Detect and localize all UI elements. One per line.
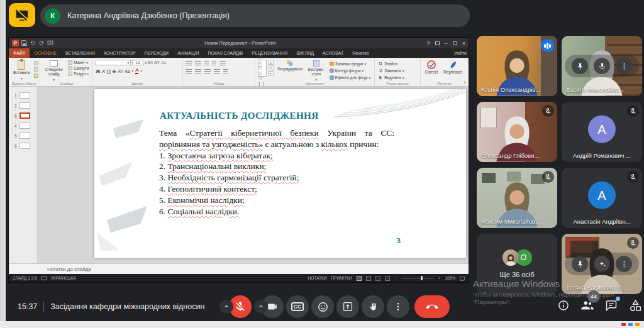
pin-icon[interactable] bbox=[572, 58, 588, 74]
align-center-icon[interactable] bbox=[195, 69, 201, 74]
more-options-button[interactable] bbox=[387, 295, 409, 318]
arrange-button[interactable]: Упорядкувати bbox=[275, 60, 304, 72]
slide[interactable]: АКТУАЛЬНІСТЬ ДОСЛІДЖЕННЯ Тема «Стратегії… bbox=[94, 89, 466, 258]
participant-tile-tetiana[interactable]: Тетяна Василівна Іл... bbox=[562, 234, 642, 294]
save-icon[interactable] bbox=[21, 40, 27, 46]
undo-icon[interactable] bbox=[30, 40, 36, 46]
chat-panel-button[interactable] bbox=[604, 298, 619, 313]
camera-options-chevron[interactable] bbox=[254, 300, 268, 314]
presentation-muted-button[interactable] bbox=[9, 3, 35, 27]
tab-review[interactable]: РЕЦЕНЗУВАННЯ bbox=[247, 48, 292, 58]
reading-view-icon[interactable] bbox=[375, 276, 380, 281]
notes-pane[interactable]: Нотатки до слайда bbox=[9, 263, 469, 274]
slide-thumbnail-2[interactable]: 2 bbox=[9, 101, 37, 111]
font-color-button[interactable]: A bbox=[135, 68, 138, 74]
activities-button[interactable] bbox=[628, 298, 643, 313]
italic-button[interactable]: К bbox=[102, 68, 105, 74]
minimize-icon[interactable]: – bbox=[445, 40, 448, 46]
slide-thumbnail-4[interactable]: 4 bbox=[9, 121, 37, 131]
cut-icon[interactable] bbox=[34, 61, 38, 65]
slideshow-view-icon[interactable] bbox=[385, 276, 390, 281]
tab-animations[interactable]: АНІМАЦІЯ bbox=[173, 48, 203, 58]
change-case-button[interactable]: Aa bbox=[125, 69, 130, 74]
zoom-out-icon[interactable]: − bbox=[394, 276, 397, 280]
slide-thumbnail-6[interactable]: 6 bbox=[9, 141, 37, 151]
tab-slideshow[interactable]: ПОКАЗ СЛАЙДІВ bbox=[204, 48, 248, 58]
increase-indent-icon[interactable] bbox=[212, 61, 216, 66]
select-button[interactable]: Виділити▾ bbox=[377, 75, 405, 80]
zoom-slider[interactable] bbox=[401, 278, 434, 278]
participant-tile-vasyl[interactable]: Василь Миколайов... bbox=[562, 36, 642, 96]
zoom-in-icon[interactable]: + bbox=[438, 276, 441, 280]
line-spacing-icon[interactable] bbox=[219, 61, 226, 66]
tab-transitions[interactable]: ПЕРЕХОДИ bbox=[140, 48, 174, 58]
columns-icon[interactable] bbox=[223, 69, 228, 74]
zoom-level[interactable]: 105% bbox=[445, 276, 455, 280]
copy-icon[interactable] bbox=[34, 67, 38, 72]
layout-button[interactable]: Макет▾ bbox=[67, 60, 90, 65]
tab-file[interactable]: ФАЙЛ bbox=[9, 48, 30, 58]
align-right-icon[interactable] bbox=[204, 69, 211, 74]
slide-canvas[interactable]: АКТУАЛЬНІСТЬ ДОСЛІДЖЕННЯ Тема «Стратегії… bbox=[38, 87, 469, 263]
shapes-scroll[interactable]: ▴▾▾ bbox=[269, 60, 274, 76]
fit-to-window-icon[interactable] bbox=[460, 276, 465, 281]
rephraser-button[interactable]: Rephraser bbox=[441, 60, 464, 75]
leave-call-button[interactable] bbox=[414, 295, 450, 318]
spellcheck-icon[interactable] bbox=[42, 276, 47, 280]
reactions-button[interactable] bbox=[311, 295, 334, 318]
font-size-input[interactable]: 19 bbox=[132, 60, 143, 65]
find-button[interactable]: Знайти bbox=[377, 61, 405, 67]
more-participants-tile[interactable]: О Ще 36 осіб bbox=[477, 234, 557, 294]
shape-effects-button[interactable]: Ефекти для фігур▾ bbox=[328, 75, 372, 80]
tab-view[interactable]: ВИГЛЯД bbox=[292, 48, 318, 58]
more-options-icon[interactable] bbox=[616, 58, 632, 74]
bullets-icon[interactable] bbox=[186, 61, 192, 66]
align-left-icon[interactable] bbox=[186, 69, 192, 74]
participant-tile-andrii[interactable]: А Андрій Романович ... bbox=[562, 102, 642, 162]
slide-thumbnail-1[interactable]: 1 bbox=[9, 90, 37, 101]
language-indicator[interactable]: УКРАЇНСЬКА bbox=[51, 276, 76, 280]
presenter-pill[interactable]: К Катерина Андріївна Дзюбенко (Презентац… bbox=[40, 4, 470, 27]
participant-tile-anastasiia[interactable]: А Анастасія Андріївн... bbox=[562, 168, 642, 228]
slide-thumbnail-5[interactable]: 5 bbox=[9, 131, 37, 141]
tab-home[interactable]: ОСНОВНЕ bbox=[30, 48, 60, 58]
help-icon[interactable]: ? bbox=[427, 40, 430, 46]
shape-fill-button[interactable]: Заливка фігури▾ bbox=[328, 61, 372, 67]
captions-button[interactable]: CC bbox=[286, 295, 309, 318]
present-button[interactable] bbox=[336, 295, 359, 318]
correct-button[interactable]: Correct bbox=[423, 60, 440, 75]
shapes-gallery[interactable]: □ ○ ◇ ▽△ ☆ { } bbox=[258, 60, 266, 77]
quick-styles-button[interactable]: Експрес-стилі▾ bbox=[306, 60, 326, 82]
format-painter-icon[interactable] bbox=[34, 74, 38, 78]
meeting-details-button[interactable] bbox=[556, 298, 571, 313]
collapse-ribbon-icon[interactable]: ˄ bbox=[464, 80, 466, 85]
numbering-icon[interactable] bbox=[195, 61, 201, 66]
slide-thumbnail-3[interactable]: 3 bbox=[9, 111, 37, 121]
tab-insert[interactable]: ВСТАВЛЕННЯ bbox=[61, 48, 99, 58]
restore-icon[interactable] bbox=[453, 41, 457, 45]
tab-design[interactable]: КОНСТРУКТОР bbox=[99, 48, 140, 58]
participant-tile-oleksandr[interactable]: Олександр Глібови... bbox=[477, 102, 557, 162]
comments-toggle[interactable]: ПРИМІТКИ bbox=[331, 276, 352, 280]
redo-icon[interactable] bbox=[38, 40, 45, 46]
effects-icon[interactable] bbox=[594, 256, 610, 272]
participant-tile-kseniia[interactable]: Ксенія Олександрів... bbox=[477, 36, 557, 96]
normal-view-icon[interactable] bbox=[357, 276, 362, 281]
sign-in-link[interactable]: Увійти bbox=[454, 48, 469, 58]
close-icon[interactable]: × bbox=[462, 40, 465, 46]
character-spacing-button[interactable]: AV bbox=[118, 69, 123, 74]
pin-icon[interactable] bbox=[572, 256, 588, 272]
reset-button[interactable]: Скинути bbox=[67, 65, 90, 71]
justify-icon[interactable] bbox=[214, 69, 220, 74]
mic-icon[interactable] bbox=[594, 58, 610, 74]
decrease-indent-icon[interactable] bbox=[204, 61, 209, 66]
mic-options-chevron[interactable] bbox=[219, 300, 233, 314]
raise-hand-button[interactable] bbox=[362, 295, 384, 318]
new-slide-button[interactable]: Створити слайд▾ bbox=[43, 60, 65, 82]
paste-button[interactable]: Вставити▾ bbox=[11, 60, 32, 81]
notes-toggle[interactable]: НОТАТКИ bbox=[308, 276, 327, 280]
tab-reverso[interactable]: Reverso bbox=[348, 48, 373, 58]
underline-button[interactable]: П bbox=[107, 68, 111, 74]
more-options-icon[interactable] bbox=[616, 256, 632, 272]
ribbon-display-options-icon[interactable] bbox=[435, 41, 440, 45]
